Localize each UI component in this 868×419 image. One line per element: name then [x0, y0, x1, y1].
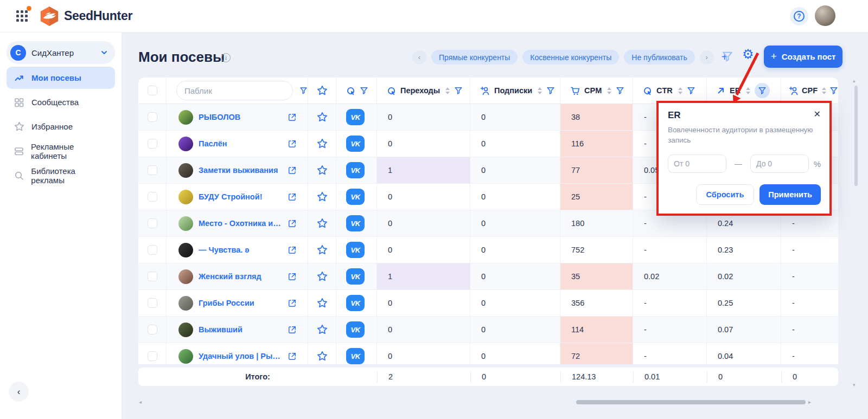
- row-checkbox[interactable]: [148, 272, 157, 281]
- ctr-filter-icon[interactable]: [687, 86, 695, 95]
- close-icon[interactable]: ✕: [814, 110, 821, 119]
- header-perehody[interactable]: Переходы: [377, 78, 470, 104]
- create-post-button[interactable]: + Создать пост: [764, 46, 843, 68]
- vk-badge[interactable]: VK: [346, 189, 365, 205]
- public-filter-icon[interactable]: [299, 86, 308, 95]
- external-link-icon[interactable]: [288, 272, 297, 281]
- tag-chip[interactable]: Прямые конкуренты: [431, 50, 518, 65]
- community-name-link[interactable]: Выживший: [199, 325, 242, 334]
- tag-chip[interactable]: Косвенные конкуренты: [522, 50, 619, 65]
- reset-button[interactable]: Сбросить: [696, 184, 755, 205]
- external-link-icon[interactable]: [288, 246, 297, 255]
- vk-badge[interactable]: VK: [346, 242, 365, 258]
- network-filter-icon[interactable]: [360, 86, 368, 95]
- header-ctr[interactable]: CTR: [633, 78, 707, 104]
- row-checkbox[interactable]: [148, 298, 157, 308]
- public-search-input[interactable]: [184, 86, 292, 95]
- sidebar-item-ad-library[interactable]: Библиотека рекламы: [7, 164, 115, 186]
- favorite-star-icon[interactable]: [316, 111, 328, 123]
- external-link-icon[interactable]: [288, 113, 297, 122]
- cpf-filter-icon[interactable]: [829, 86, 838, 95]
- row-checkbox[interactable]: [148, 165, 157, 175]
- favorite-column-star-icon[interactable]: [316, 85, 328, 96]
- header-podpiski[interactable]: Подписки: [470, 78, 560, 104]
- external-link-icon[interactable]: [288, 299, 297, 308]
- sidebar-collapse-button[interactable]: ‹: [9, 382, 29, 402]
- perehody-filter-icon[interactable]: [454, 86, 463, 95]
- vscroll-down-arrow[interactable]: ▾: [853, 382, 856, 388]
- favorite-star-icon[interactable]: [316, 244, 328, 256]
- er-from-input[interactable]: [668, 154, 726, 173]
- community-name-link[interactable]: Паслён: [199, 139, 227, 148]
- sort-control[interactable]: [445, 87, 450, 94]
- cpm-filter-icon[interactable]: [616, 86, 624, 95]
- seedhunter-logo-icon[interactable]: [39, 6, 60, 27]
- er-to-input[interactable]: [750, 154, 809, 173]
- favorite-star-icon[interactable]: [316, 270, 328, 282]
- community-name-link[interactable]: РЫБОЛОВ: [199, 113, 240, 121]
- favorite-star-icon[interactable]: [316, 191, 328, 203]
- favorite-star-icon[interactable]: [316, 217, 328, 229]
- chips-scroll-left-button[interactable]: ‹: [412, 50, 426, 65]
- external-link-icon[interactable]: [288, 219, 297, 228]
- er-filter-icon-active[interactable]: [755, 83, 770, 98]
- row-checkbox[interactable]: [148, 351, 157, 361]
- info-icon[interactable]: i: [221, 53, 231, 62]
- external-link-icon[interactable]: [288, 192, 297, 202]
- vk-badge[interactable]: VK: [346, 215, 365, 231]
- sidebar-item-ad-cabinets[interactable]: Рекламные кабинеты: [7, 140, 115, 162]
- row-checkbox[interactable]: [148, 218, 157, 228]
- apply-button[interactable]: Применить: [760, 184, 821, 205]
- sidebar-item-communities[interactable]: Сообщества: [7, 91, 115, 113]
- sort-control[interactable]: [538, 87, 542, 94]
- favorite-star-icon[interactable]: [316, 350, 328, 362]
- row-checkbox[interactable]: [148, 112, 157, 122]
- sidebar-item-my-seedings[interactable]: Мои посевы: [7, 67, 115, 89]
- favorite-star-icon[interactable]: [316, 297, 328, 309]
- workspace-switcher[interactable]: C СидХантер: [7, 41, 115, 64]
- vk-badge[interactable]: VK: [346, 136, 365, 152]
- vk-badge[interactable]: VK: [346, 348, 365, 364]
- community-name-link[interactable]: БУДУ Стройной!: [199, 192, 262, 201]
- community-name-link[interactable]: Грибы России: [199, 299, 254, 307]
- community-name-link[interactable]: Удачный улов | Рыбак...: [199, 352, 282, 360]
- header-er[interactable]: ER: [707, 78, 781, 104]
- sort-control[interactable]: [746, 87, 750, 94]
- vk-badge[interactable]: VK: [346, 295, 365, 311]
- podpiski-filter-icon[interactable]: [546, 86, 555, 95]
- horizontal-scrollbar-thumb[interactable]: [576, 400, 806, 404]
- row-checkbox[interactable]: [148, 139, 157, 149]
- community-name-link[interactable]: — Чувства. ʚ: [199, 246, 250, 254]
- table-settings-gear-icon[interactable]: ⚙: [742, 48, 754, 61]
- external-link-icon[interactable]: [288, 166, 297, 175]
- select-all-checkbox[interactable]: [148, 86, 157, 95]
- toolbar-filter-icon[interactable]: [722, 50, 733, 62]
- community-name-link[interactable]: Женский взгляд: [199, 272, 261, 281]
- vk-badge[interactable]: VK: [346, 268, 365, 285]
- hscroll-right-arrow[interactable]: ▸: [808, 399, 811, 405]
- sort-control[interactable]: [678, 87, 682, 94]
- favorite-star-icon[interactable]: [316, 164, 328, 176]
- help-button[interactable]: ?: [790, 7, 808, 25]
- vk-badge[interactable]: VK: [346, 162, 365, 178]
- vk-badge[interactable]: VK: [346, 109, 365, 125]
- external-link-icon[interactable]: [288, 139, 297, 149]
- row-checkbox[interactable]: [148, 245, 157, 255]
- user-avatar[interactable]: [815, 5, 835, 26]
- vscroll-up-arrow[interactable]: ▴: [853, 78, 856, 83]
- hscroll-left-arrow[interactable]: ◂: [139, 399, 142, 405]
- community-name-link[interactable]: Место - Охотника и Р...: [199, 219, 282, 228]
- tag-chip[interactable]: Не публиковать: [624, 50, 694, 65]
- chips-scroll-right-button[interactable]: ›: [700, 50, 714, 65]
- external-link-icon[interactable]: [288, 325, 297, 334]
- community-name-link[interactable]: Заметки выживания: [199, 166, 278, 175]
- sort-control[interactable]: [607, 87, 611, 94]
- apps-menu-icon[interactable]: [16, 10, 28, 22]
- row-checkbox[interactable]: [148, 325, 157, 334]
- vk-badge[interactable]: VK: [346, 321, 365, 338]
- favorite-star-icon[interactable]: [316, 324, 328, 336]
- row-checkbox[interactable]: [148, 192, 157, 202]
- vertical-scrollbar-thumb[interactable]: [854, 86, 858, 186]
- external-link-icon[interactable]: [288, 352, 297, 361]
- sort-control[interactable]: [822, 87, 826, 94]
